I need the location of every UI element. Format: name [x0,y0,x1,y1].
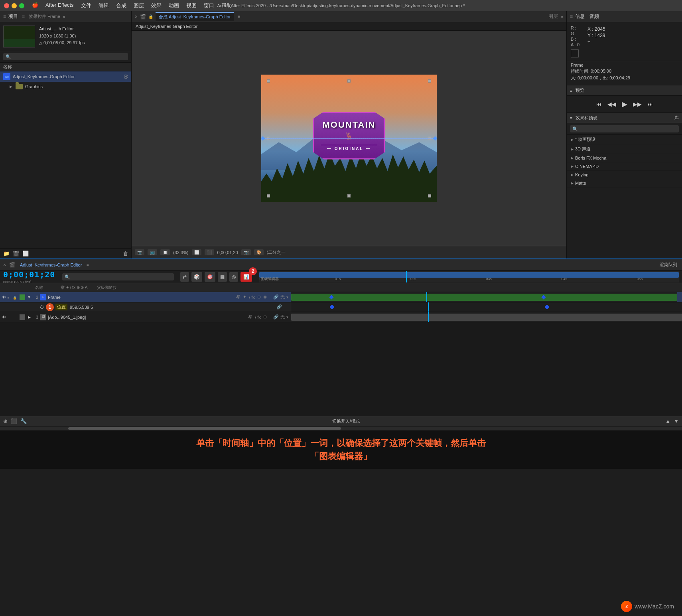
new-item-button[interactable]: 🎬 [13,251,19,257]
menu-bar[interactable]: 🍎 After Effects 文件 编辑 合成 图层 效果 动画 视图 窗口 … [32,2,232,9]
new-solid-button[interactable]: ⬜ [22,251,29,257]
timeline-timecode[interactable]: 0;00;01;20 [3,270,55,279]
delete-button[interactable]: 🗑 [123,251,128,257]
scroll-thumb[interactable] [68,427,341,430]
timeline-ruler-area[interactable]: 0;00s 01s 02s 03s 04s 05s 图表编辑器 [259,271,679,282]
layer-row-3[interactable]: 👁 ▶ 3 🖼 [Ado...9045_1.jpeg] 举 / fx ⊕ 🔗 无… [0,312,682,322]
new-layer-button[interactable]: ⊕ [3,418,8,424]
preview-title[interactable]: 预览 [576,87,584,93]
frame-mix-button[interactable]: ▦ [218,272,227,282]
effects-controls-tab[interactable]: 效果控件 Frame [29,14,60,20]
layer-3-visibility[interactable]: 👁 [0,315,7,320]
menu-aftereffects[interactable]: After Effects [45,2,74,9]
parent-none-label: 无 [280,294,285,300]
layer-3-expand[interactable]: ▶ [26,315,32,319]
switch-star[interactable]: ✦ [243,294,246,300]
effects-item-animation[interactable]: ▶ * 动画预设 [567,135,682,144]
shy-layers-button[interactable]: 🎯 [205,272,215,282]
effects-item-matte[interactable]: ▶ Matte [567,179,682,188]
switch3-shy[interactable]: 举 [248,314,252,320]
timeline-tab-comp[interactable]: Adjust_Keyframes-Graph Editor [18,262,83,268]
menu-animation[interactable]: 动画 [169,2,179,9]
sub-layer-position[interactable]: ⏱ 1 位置 959.5,539.5 🔗 [0,302,682,312]
menu-edit[interactable]: 编辑 [99,2,109,9]
new-solid-layer-button[interactable]: ⬛ [11,418,17,424]
close-button[interactable] [4,3,9,8]
comp-tab-active[interactable]: 合成 Adjust_Keyframes-Graph Editor [156,12,234,21]
menu-effect[interactable]: 效果 [151,2,162,9]
viewport[interactable]: MOUNTAIN 🦌 — ORIGINAL — [132,31,566,246]
solo-layer-button[interactable]: 🎲 [191,272,202,282]
color-button[interactable]: 🎨 [254,249,264,255]
switch-mode-label[interactable]: 切换开关/模式 [332,418,360,424]
motion-blur-button[interactable]: ◎ [229,272,238,282]
layer-2-expand[interactable]: ▼ [26,295,32,299]
snapshot-button[interactable]: 📷 [135,249,144,255]
switch-fx[interactable]: / fx [249,295,255,300]
project-search-input[interactable] [3,53,128,60]
effects-item-boris[interactable]: ▶ Boris FX Mocha [567,154,682,162]
effects-search-bar [567,123,682,135]
show-channel-button[interactable]: 📺 [148,249,157,255]
camera-button[interactable]: 📷 [241,249,251,255]
timeline-scrollbar[interactable] [0,426,682,430]
timeline-tab-close[interactable]: × [3,262,6,268]
project-menu-icon[interactable]: ≡ [3,14,6,20]
effects-item-cinema[interactable]: ▶ CINEMA 4D [567,162,682,171]
switch-circle[interactable]: ⊕ [257,294,261,300]
window-controls[interactable] [4,3,24,8]
menu-file[interactable]: 文件 [81,2,91,9]
timeline-search-input[interactable] [62,273,174,280]
menu-composition[interactable]: 合成 [116,2,126,9]
render-queue-tab[interactable]: 渲染队列 [658,261,679,269]
layer-row-2[interactable]: 👁 ● 🔒 ▼ 2 Ai Frame 举 ✦ / fx ⊕ ⊗ [0,292,682,302]
timeline-menu-icon: ≡ [87,263,89,267]
fit-to-view-button[interactable]: ⬜ [192,249,201,255]
stopwatch-icon[interactable]: ⏱ [40,305,44,310]
parent-dropdown-icon[interactable]: ▾ [286,295,288,299]
preview-last-button[interactable]: ⏭ [647,100,654,108]
y-value: Y : 1439 [587,33,605,38]
b-label: B : [571,37,576,41]
switch3-fx[interactable]: / fx [255,315,261,320]
menu-layer[interactable]: 图层 [134,2,144,9]
preview-first-button[interactable]: ⏮ [595,100,603,108]
effects-item-3d[interactable]: ▶ 3D 声道 [567,144,682,154]
timeline-expand-button[interactable]: ▼ [674,418,679,424]
minimize-button[interactable] [12,3,17,8]
effects-title[interactable]: 效果和预设 [576,115,597,121]
preview-play-button[interactable]: ▶ [621,99,628,109]
layer-tool-button[interactable]: 🔧 [20,418,27,424]
switch-shy[interactable]: 举 [236,294,240,300]
layer-2-visibility[interactable]: 👁 [0,295,7,300]
menu-view[interactable]: 视图 [186,2,197,9]
project-tab-label[interactable]: 项目 [8,13,18,20]
switch-a[interactable]: ⊗ [263,294,267,300]
resolution-button[interactable]: 🔲 [160,249,170,255]
toggle-grid-button[interactable]: ⬛ [205,249,214,255]
navigate-button[interactable]: ⇄ [180,272,189,282]
audio-tab[interactable]: 音频 [589,13,599,20]
menu-apple[interactable]: 🍎 [32,2,38,9]
layers-tab[interactable]: 图层 [548,13,558,20]
comp-tab-close[interactable]: × [135,14,138,20]
effects-search-input[interactable] [570,125,679,132]
zoom-level: (33.3%) [173,250,189,255]
info-tab[interactable]: 信息 [575,13,585,20]
maximize-button[interactable] [19,3,24,8]
project-item-adjust[interactable]: Ae Adjust_Keyframes-Graph Editor ⛓ [0,71,131,82]
library-tab[interactable]: 库 [674,115,679,121]
preview-next-button[interactable]: ▶▶ [632,100,643,108]
preview-prev-button[interactable]: ◀◀ [607,100,617,108]
switch3-circle[interactable]: ⊕ [263,314,267,320]
project-item-graphics[interactable]: ▶ Graphics [0,82,131,91]
effects-item-keying[interactable]: ▶ Keying [567,171,682,179]
color-swatch[interactable] [571,49,579,57]
timeline-panel: × 🎬 Adjust_Keyframes-Graph Editor ≡ 渲染队列… [0,259,682,430]
menu-window[interactable]: 窗口 [204,2,214,9]
position-label[interactable]: 位置 [55,304,67,310]
chevron-icon: ▶ [571,181,574,185]
timeline-options-button[interactable]: ▲ [665,418,670,424]
new-folder-button[interactable]: 📁 [3,251,10,257]
parent-dropdown-icon-3[interactable]: ▾ [286,315,288,319]
